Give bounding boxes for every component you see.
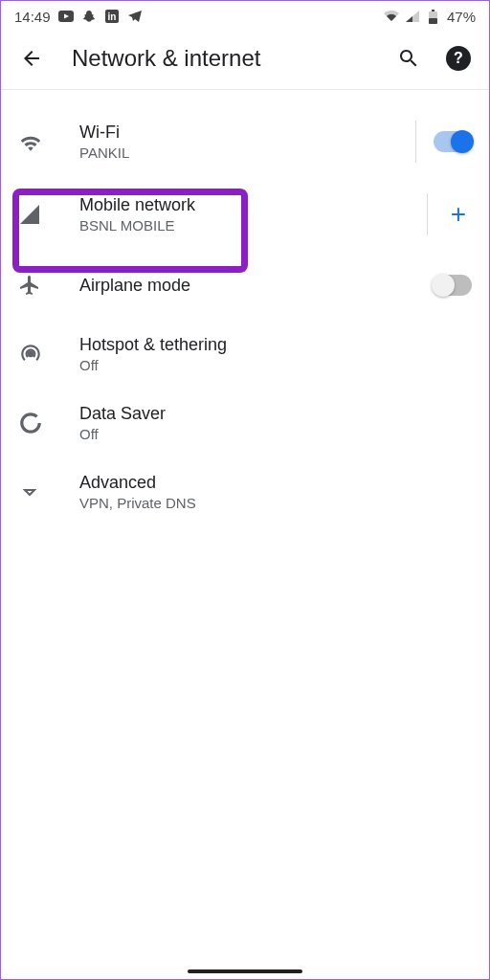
svg-rect-3	[432, 10, 434, 11]
mobile-network-item[interactable]: Mobile network BSNL MOBILE +	[1, 178, 489, 251]
page-title: Network & internet	[72, 45, 368, 72]
datasaver-subtitle: Off	[79, 426, 472, 442]
help-icon: ?	[446, 46, 471, 71]
navigation-bar[interactable]	[188, 969, 302, 973]
cell-signal-icon	[405, 9, 420, 24]
hotspot-title: Hotspot & tethering	[79, 335, 472, 355]
app-bar: Network & internet ?	[1, 32, 489, 90]
settings-list: Wi-Fi PANKIL Mobile network BSNL MOBILE …	[1, 90, 489, 526]
wifi-item[interactable]: Wi-Fi PANKIL	[1, 105, 489, 178]
wifi-signal-icon	[384, 9, 399, 24]
hotspot-subtitle: Off	[79, 357, 472, 373]
svg-text:in: in	[107, 11, 116, 22]
telegram-icon	[127, 9, 143, 24]
mobile-signal-icon	[18, 203, 58, 226]
youtube-icon	[58, 9, 74, 24]
back-button[interactable]	[18, 45, 45, 72]
status-bar: 14:49 in 47%	[1, 1, 489, 32]
wifi-title: Wi-Fi	[79, 122, 415, 143]
divider	[427, 193, 428, 235]
datasaver-item[interactable]: Data Saver Off	[1, 389, 489, 457]
wifi-subtitle: PANKIL	[79, 145, 415, 161]
advanced-subtitle: VPN, Private DNS	[79, 495, 472, 511]
advanced-title: Advanced	[79, 473, 472, 493]
datasaver-icon	[18, 411, 58, 435]
mobile-title: Mobile network	[79, 195, 427, 215]
battery-percent: 47%	[447, 9, 476, 25]
hotspot-icon	[18, 342, 58, 367]
linkedin-icon: in	[104, 9, 120, 24]
battery-icon	[426, 9, 441, 24]
snapchat-icon	[81, 9, 97, 24]
airplane-toggle[interactable]	[434, 275, 472, 296]
airplane-icon	[18, 274, 58, 297]
chevron-down-icon	[18, 480, 58, 503]
airplane-title: Airplane mode	[79, 276, 434, 296]
svg-rect-5	[429, 18, 437, 24]
datasaver-title: Data Saver	[79, 404, 472, 424]
add-mobile-button[interactable]: +	[445, 199, 472, 230]
mobile-subtitle: BSNL MOBILE	[79, 217, 427, 234]
search-button[interactable]	[395, 45, 422, 72]
status-time: 14:49	[14, 9, 51, 25]
help-button[interactable]: ?	[445, 45, 472, 72]
wifi-toggle[interactable]	[434, 131, 472, 152]
wifi-icon	[18, 132, 58, 151]
airplane-mode-item[interactable]: Airplane mode	[1, 251, 489, 320]
hotspot-item[interactable]: Hotspot & tethering Off	[1, 320, 489, 389]
divider	[415, 121, 416, 163]
advanced-item[interactable]: Advanced VPN, Private DNS	[1, 457, 489, 526]
